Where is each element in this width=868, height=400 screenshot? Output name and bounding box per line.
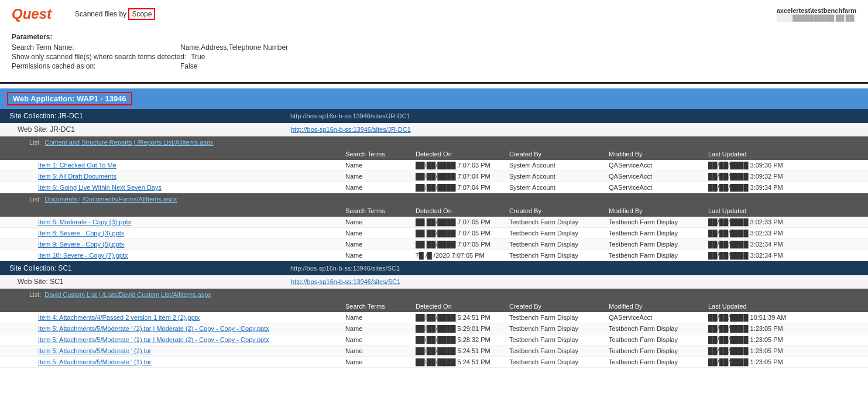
list-prefix-1: List: <box>29 139 41 146</box>
table-row: Item 5: Attachments/5/Moderate ' (2).tar… <box>0 346 868 357</box>
param-search-term: Search Term Name: Name,Address,Telephone… <box>12 43 856 52</box>
logo: Quest <box>12 6 52 22</box>
param-value-search-term: Name,Address,Telephone Number <box>180 43 288 52</box>
list-link-2[interactable]: Documents | /Documents/Forms/AllItems.as… <box>44 196 177 203</box>
col-header-do-2: Detected On <box>416 207 509 214</box>
website-label-sc1: Web Site: SC1 <box>18 278 291 286</box>
param-permissions: Permissions cached as on: False <box>12 62 856 70</box>
item-cb: System Account <box>509 173 609 180</box>
table-row: Item 8: Severe - Copy (3).pptx Name ██ █… <box>0 228 868 239</box>
col-header-cb-3: Created By <box>509 303 609 310</box>
col-header-mb-1: Modified By <box>609 151 708 158</box>
table-row: Item 9: Severe - Copy (5).pptx Name ██ █… <box>0 239 868 250</box>
table-row: Item 1: Checked Out To Me Name ██/██/███… <box>0 160 868 171</box>
col-header-mb-2: Modified By <box>609 207 708 214</box>
list-link-1[interactable]: Content and Structure Reports | /Reports… <box>44 139 213 146</box>
site-collection-label-jrdc1: Site Collection: JR-DC1 <box>9 112 290 120</box>
parameters-title: Parameters: <box>12 33 856 41</box>
item-mb: QAServiceAcct <box>609 184 708 191</box>
list-header-2: Search Terms Detected On Created By Modi… <box>0 205 868 217</box>
site-collection-label-sc1: Site Collection: SC1 <box>9 264 290 272</box>
param-value-permissions: False <box>180 62 197 70</box>
item-st: Name <box>345 162 416 169</box>
item-link[interactable]: Item 5: Attachments/5/Moderate ' (2).tar… <box>38 325 269 332</box>
col-header-do-1: Detected On <box>416 151 509 158</box>
table-row: Item 6: Moderate - Copy (3).pptx Name ██… <box>0 217 868 228</box>
list-prefix-2: List: <box>29 196 41 203</box>
item-cb: System Account <box>509 162 609 169</box>
table-row: Item 6: Going Live Within Next Seven Day… <box>0 182 868 193</box>
col-header-st-1: Search Terms <box>345 151 416 158</box>
item-do: ██/██/████ 7:07:04 PM <box>416 173 509 180</box>
item-link[interactable]: Item 5: Attachments/5/Moderate ' (1).tar… <box>38 336 269 343</box>
scope-highlight: Scope <box>128 8 155 20</box>
item-lu: ██/██/████ 3:09:32 PM <box>708 173 863 180</box>
list-header-3: Search Terms Detected On Created By Modi… <box>0 300 868 312</box>
table-row: Item 5: All Draft Documents Name ██/██/█… <box>0 171 868 182</box>
website-row-jrdc1: Web Site: JR-DC1 http://bos-sp16n-b-ss:1… <box>0 123 868 136</box>
list-name-row-1: List: Content and Structure Reports | /R… <box>0 136 868 148</box>
table-row: Item 10: Severe - Copy (7).pptx Name 7█ … <box>0 250 868 261</box>
param-value-show-only: True <box>191 53 205 61</box>
item-link[interactable]: Item 1: Checked Out To Me <box>38 162 116 169</box>
item-st: Name <box>345 184 416 191</box>
col-header-cb-1: Created By <box>509 151 609 158</box>
website-link-jrdc1[interactable]: http://bos-sp16n-b-ss:13946/sites/JR-DC1 <box>291 126 411 133</box>
website-row-sc1: Web Site: SC1 http://bos-sp16n-b-ss:1394… <box>0 275 868 289</box>
site-collection-row-sc1: Site Collection: SC1 http://bos-sp16n-b-… <box>0 261 868 275</box>
server-ip: ██████████ ██ ██ <box>777 14 856 22</box>
website-url-sc1[interactable]: http://bos-sp16n-b-ss:13946/sites/SC1 <box>291 278 400 286</box>
site-collection-url-sc1: http://bos-sp16n-b-ss:13946/sites/SC1 <box>290 265 400 272</box>
param-label-permissions: Permissions cached as on: <box>12 62 176 70</box>
item-link[interactable]: Item 5: All Draft Documents <box>38 173 116 180</box>
list-header-1: Search Terms Detected On Created By Modi… <box>0 148 868 160</box>
item-mb: QAServiceAcct <box>609 173 708 180</box>
list-anchor-1[interactable]: Content and Structure Reports | /Reports… <box>44 139 213 146</box>
item-link[interactable]: Item 5: Attachments/5/Moderate ' (1).tar <box>38 358 151 365</box>
web-app-label: Web Application: WAP1 - 13946 <box>7 92 132 105</box>
site-collection-url-jrdc1: http://bos-sp16n-b-ss:13946/sites/JR-DC1 <box>290 112 410 119</box>
item-lu: ██/██/████ 3:09:36 PM <box>708 162 863 169</box>
list-prefix-3: List: <box>29 291 41 298</box>
col-header-do-3: Detected On <box>416 303 509 310</box>
param-show-only: Show only scanned file(s) where search t… <box>12 53 856 61</box>
web-app-section: Web Application: WAP1 - 13946 Site Colle… <box>0 88 868 368</box>
server-name: axcelertest\testbenchfarm <box>777 7 856 14</box>
item-link[interactable]: Item 8: Severe - Copy (3).pptx <box>38 230 124 237</box>
site-collection-row-jrdc1: Site Collection: JR-DC1 http://bos-sp16n… <box>0 109 868 123</box>
col-header-cb-2: Created By <box>509 207 609 214</box>
param-label-show-only: Show only scanned file(s) where search t… <box>12 53 186 61</box>
list-anchor-3[interactable]: David Custom List | /Lists/David Custom … <box>44 291 211 298</box>
table-row: Item 4: Attachments/4/Passed 2 version 1… <box>0 312 868 323</box>
item-link[interactable]: Item 6: Moderate - Copy (3).pptx <box>38 218 131 225</box>
item-link[interactable]: Item 6: Going Live Within Next Seven Day… <box>38 184 162 191</box>
item-st: Name <box>345 173 416 180</box>
col-header-st-3: Search Terms <box>345 303 416 310</box>
col-header-st-2: Search Terms <box>345 207 416 214</box>
table-row: Item 5: Attachments/5/Moderate ' (1).tar… <box>0 334 868 346</box>
table-row: Item 5: Attachments/5/Moderate ' (1).tar… <box>0 357 868 368</box>
list-anchor-2[interactable]: Documents | /Documents/Forms/AllItems.as… <box>44 196 177 203</box>
item-link[interactable]: Item 5: Attachments/5/Moderate ' (2).tar <box>38 347 151 354</box>
section-divider <box>0 82 868 84</box>
item-link[interactable]: Item 10: Severe - Copy (7).pptx <box>38 252 128 259</box>
item-lu: ██/██/████ 3:09:34 PM <box>708 184 863 191</box>
list-name-row-3: List: David Custom List | /Lists/David C… <box>0 289 868 300</box>
parameters-section: Parameters: Search Term Name: Name,Addre… <box>0 28 868 77</box>
page-header: Quest Scanned files by Scope axcelertest… <box>0 0 868 28</box>
website-label-jrdc1: Web Site: JR-DC1 <box>18 125 291 134</box>
col-header-lu-2: Last Updated <box>708 207 863 214</box>
item-do: ██/██/████ 7:07:03 PM <box>416 162 509 169</box>
item-link[interactable]: Item 4: Attachments/4/Passed 2 version 1… <box>38 314 200 321</box>
list-link-3[interactable]: David Custom List | /Lists/David Custom … <box>44 291 211 298</box>
site-collection-jrdc1: Site Collection: JR-DC1 http://bos-sp16n… <box>0 109 868 261</box>
list-name-row-2: List: Documents | /Documents/Forms/AllIt… <box>0 193 868 205</box>
item-do: ██/██/████ 7:07:04 PM <box>416 184 509 191</box>
website-link-sc1[interactable]: http://bos-sp16n-b-ss:13946/sites/SC1 <box>291 278 400 285</box>
website-url-jrdc1[interactable]: http://bos-sp16n-b-ss:13946/sites/JR-DC1 <box>291 125 411 134</box>
table-row: Item 5: Attachments/5/Moderate ' (2).tar… <box>0 323 868 334</box>
param-label-search-term: Search Term Name: <box>12 43 176 52</box>
col-header-lu-1: Last Updated <box>708 151 863 158</box>
web-app-header: Web Application: WAP1 - 13946 <box>0 88 868 109</box>
item-link[interactable]: Item 9: Severe - Copy (5).pptx <box>38 241 124 248</box>
